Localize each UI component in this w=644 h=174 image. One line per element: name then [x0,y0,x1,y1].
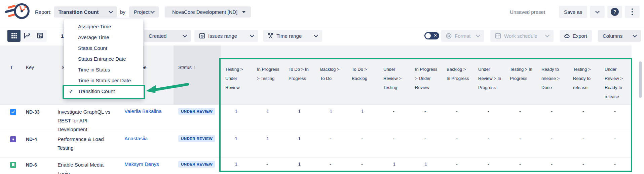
pivot-table-icon [37,33,43,39]
assignee-link[interactable]: Anastasiia [124,136,148,141]
issue-type-cell [0,105,22,132]
column-header-label: Status [178,65,192,70]
calendar-range-icon [199,33,205,39]
row-checkbox-checked[interactable] [10,109,16,115]
transition-count-cell: - [442,132,473,157]
status-cell: UNDER REVIEW [174,105,221,132]
transition-count-cell: 1 [252,105,284,132]
date-field-select[interactable]: Created [144,30,191,42]
report-menu-item[interactable]: Time in Status per Date [64,75,143,86]
columns-label: Columns [603,33,630,39]
assignee-link[interactable]: Valeriia Bakalina [124,108,162,114]
view-switcher [7,30,47,42]
by-label: by [120,9,125,15]
transition-count-cell: - [315,132,347,157]
report-label: Report: [35,9,51,15]
transition-count-cell: - [537,158,568,174]
calendar-icon [495,33,501,39]
transition-count-cell: - [379,132,410,157]
date-field-value: Created [149,33,180,39]
transition-count-cell: - [473,132,505,157]
transition-count-cell: 1 [221,158,252,174]
transition-column-header[interactable]: Testing > In Progress [505,46,537,105]
transition-column-header[interactable]: To Do > Backlog [347,46,379,105]
format-button[interactable]: Format [441,30,484,42]
report-menu-item[interactable]: Time in Status [64,64,143,75]
transition-column-header[interactable]: Under Review > Testing [379,46,410,105]
report-menu-item-label: Time in Status per Date [78,78,131,83]
group-by-select[interactable]: Project [129,6,159,18]
transition-count-cell: - [568,132,600,157]
issues-range-button[interactable]: Issues range [194,30,258,42]
report-menu-item[interactable]: Status Count [64,43,143,54]
transition-column-header[interactable]: Testing > Ready to release [568,46,600,105]
vertical-scrollbar[interactable] [639,61,642,98]
transition-count-cell: - [315,158,347,174]
project-value: NovaCore Development [ND] [172,9,242,15]
grid-view-icon [11,33,17,39]
report-menu-item[interactable]: Average Time [64,32,143,43]
work-schedule-button[interactable]: Work schedule [490,30,554,42]
column-header-status[interactable]: Status↑ [174,46,221,105]
report-menu-item[interactable]: ✓Transition Count [64,86,143,97]
transition-column-header[interactable]: Testing > Under Review [221,46,252,105]
table-row: ND-6Enable Social Media LoginMaksym Deny… [0,157,632,174]
chart-view-button[interactable] [21,30,34,42]
transition-column-header[interactable]: Under Review > Ready to release [600,46,632,105]
column-header-key[interactable]: Key [22,46,50,105]
transition-count-cell: - [473,105,505,132]
triangle-down-icon [242,11,245,13]
save-as-label: Save as [564,9,582,15]
transition-count-cell: - [347,158,379,174]
more-options-button[interactable] [625,6,640,18]
question-mark-icon: ? [611,8,619,16]
transition-count-cell: - [600,105,632,132]
issue-key-cell: ND-4 [22,132,50,157]
issue-type-cell [0,158,22,174]
report-menu-item[interactable]: Assignee Time [64,21,143,32]
transition-count-cell: - [410,105,442,132]
chevron-down-icon [545,33,550,37]
sum-toggle[interactable]: × [424,32,439,39]
time-range-button[interactable]: Time range [263,30,322,42]
transition-column-header[interactable]: Backlog > In Progress [442,46,473,105]
format-label: Format [455,33,473,39]
report-type-select[interactable]: Transition Count [54,6,117,18]
epic-issue-icon [10,136,16,142]
transition-count-cell: - [505,105,537,132]
issue-type-cell [0,132,22,157]
transition-count-cell: 1 [379,158,410,174]
assignee-link[interactable]: Maksym Denys [124,161,159,167]
transition-column-header[interactable]: In Progress > Testing [252,46,284,105]
app-logo-clock-icon [5,1,31,21]
transition-column-header[interactable]: Ready to release > Done [537,46,568,105]
pivot-view-button[interactable] [34,30,47,42]
project-select[interactable]: NovaCore Development [ND] [165,6,251,18]
line-chart-icon [24,33,31,39]
table-view-button[interactable] [7,30,21,42]
check-icon: ✓ [69,86,73,97]
transition-column-header[interactable]: To Do > In Progress [284,46,315,105]
chevron-down-icon [183,33,187,37]
save-as-dropdown-button[interactable] [590,6,605,18]
issue-key-cell: ND-33 [22,105,50,132]
chevron-down-icon [595,9,600,13]
transition-column-header[interactable]: Backlog > To Do [315,46,347,105]
column-header-t[interactable]: T [0,46,22,105]
cloud-download-icon [564,33,570,39]
transition-column-header[interactable]: Under Review > In Progress [473,46,505,105]
report-menu-item[interactable]: Status Entrance Date [64,54,143,64]
transition-count-cell: - [600,158,632,174]
transition-count-cell: - [537,105,568,132]
target-icon [446,33,452,39]
save-as-button[interactable]: Save as [559,6,587,18]
columns-select[interactable]: Columns [598,30,641,42]
transition-count-cell: 1 [315,105,347,132]
assignee-cell: Maksym Denys [121,158,174,174]
help-button[interactable]: ? [607,6,622,18]
export-label: Export [573,33,587,39]
transition-column-header[interactable]: In Progress > Under Review [410,46,442,105]
time-range-label: Time range [276,33,311,39]
export-button[interactable]: Export [560,30,592,42]
transition-count-cell: 1 [284,158,315,174]
